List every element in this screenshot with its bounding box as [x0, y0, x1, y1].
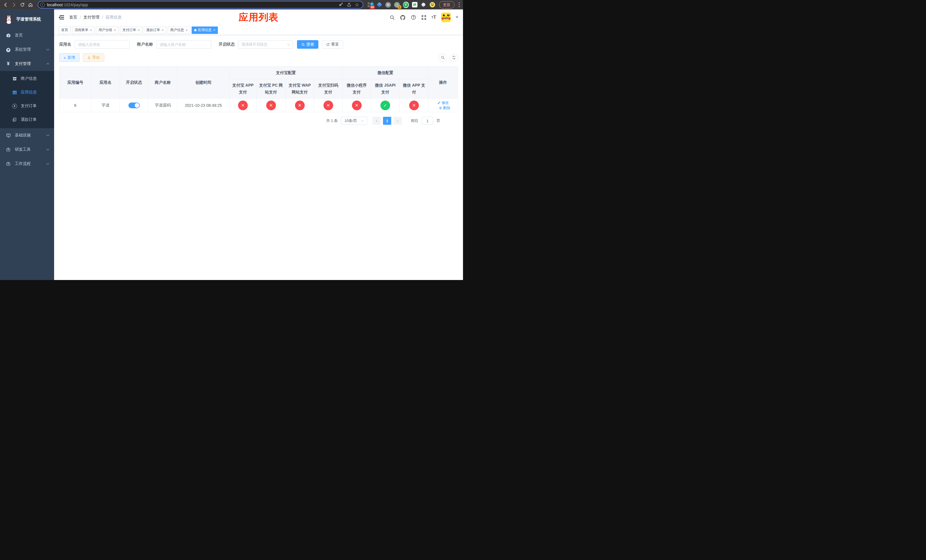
close-icon[interactable]: × [186, 28, 188, 32]
yen-circle-icon: ¥ [12, 104, 17, 109]
filter-label: 应用名 [59, 42, 71, 47]
header-search-icon[interactable] [390, 15, 395, 20]
bookmark-star-icon[interactable]: ☆ [354, 2, 360, 8]
show-search-icon-button[interactable] [439, 53, 447, 62]
current-page-button[interactable]: 1 [383, 117, 391, 125]
url-bar[interactable]: i localhost:1024/pay/app ☆ [38, 1, 363, 9]
close-icon[interactable]: × [162, 28, 164, 32]
search-button[interactable]: 搜索 [297, 40, 318, 49]
briefcase-icon [6, 147, 11, 152]
close-icon[interactable]: × [90, 28, 92, 32]
app-name-input[interactable] [75, 40, 130, 49]
col-wx-app: 微信 APP 支付 [400, 79, 428, 98]
sidebar-item-merchant-info[interactable]: 商户信息 [0, 72, 54, 85]
tag-merchant-info[interactable]: 商户信息× [168, 26, 190, 34]
browser-update-button[interactable]: 更新 [439, 1, 454, 9]
chat-extension-icon[interactable] [412, 2, 418, 8]
sidebar-item-pay-order[interactable]: ¥ 支付订单 [0, 99, 54, 113]
site-info-icon[interactable]: i [40, 3, 45, 7]
browser-toolbar: i localhost:1024/pay/app ☆ 10 ⌘ 1 Y [0, 0, 463, 9]
github-icon[interactable] [400, 15, 406, 21]
briefcase-icon [6, 162, 11, 166]
status-select[interactable]: 请选择开启状态 [238, 40, 293, 49]
browser-extensions: 10 ⌘ 1 Y [368, 2, 436, 8]
main-area: 应用列表 首页 / 支付管理 / 应用信息 [54, 9, 463, 280]
sidebar-item-infra[interactable]: 基础设施 [0, 128, 54, 142]
page-content: 应用名 商户名称 开启状态 请选择开启状态 [54, 35, 463, 280]
col-group-alipay: 支付宝配置 [230, 67, 342, 79]
dashboard-icon [6, 33, 11, 38]
tag-home[interactable]: 首页 [59, 26, 71, 34]
devtools-extension-icon[interactable]: 10 [368, 2, 374, 8]
sidebar-item-home[interactable]: 首页 [0, 28, 54, 42]
proxy-badge: 1 [398, 5, 401, 9]
fullscreen-icon[interactable] [421, 15, 427, 20]
page-size-select[interactable]: 10条/页 [341, 117, 367, 125]
sidebar-logo-row[interactable]: 芋道管理系统 [0, 9, 54, 26]
tag-refund-order[interactable]: 退款订单× [144, 26, 166, 34]
merchant-name-input[interactable] [156, 40, 211, 49]
export-button[interactable]: 导出 [83, 53, 104, 62]
filter-merchant-name: 商户名称 [137, 40, 211, 49]
chevron-down-icon [46, 148, 50, 151]
sidebar-item-system[interactable]: 系统管理 [0, 42, 54, 57]
trash-icon [439, 106, 442, 110]
sidebar-item-label: 商户信息 [21, 76, 37, 81]
url-text[interactable]: localhost:1024/pay/app [47, 3, 88, 7]
command-extension-icon[interactable]: ⌘ [385, 2, 391, 8]
extensions-puzzle-icon[interactable] [421, 2, 427, 8]
col-app-id: 应用编号 [59, 67, 91, 98]
sidebar-item-workflow[interactable]: 工作流程 [0, 157, 54, 171]
col-alipay-wap: 支付宝 WAP 网站支付 [286, 79, 314, 98]
reset-button[interactable]: 重置 [322, 40, 343, 49]
browser-reload-icon[interactable] [20, 2, 25, 8]
delete-link[interactable]: 删除 [439, 105, 451, 110]
pay-submenu: 商户信息 应用信息 ¥ 支付订单 [0, 71, 54, 128]
close-icon[interactable]: × [138, 28, 140, 32]
proxy-extension-icon[interactable]: 1 [394, 2, 400, 8]
help-icon[interactable] [411, 15, 416, 20]
gem-extension-icon[interactable] [377, 2, 383, 8]
sidebar-item-app-info[interactable]: 应用信息 [0, 85, 54, 99]
browser-forward-icon[interactable] [11, 2, 17, 8]
browser-menu-icon[interactable] [459, 2, 460, 7]
tag-user-group[interactable]: 用户分组× [96, 26, 118, 34]
alipay-qr-status-icon: ✕ [324, 101, 333, 110]
browser-back-icon[interactable] [3, 2, 9, 8]
share-icon[interactable] [346, 2, 352, 8]
next-page-button[interactable]: › [393, 117, 402, 125]
status-toggle[interactable] [129, 103, 140, 108]
add-button[interactable]: + 新增 [59, 53, 79, 62]
prev-page-button[interactable]: ‹ [372, 117, 381, 125]
col-wx-jsapi: 微信 JSAPI 支付 [371, 79, 400, 98]
filter-status: 开启状态 请选择开启状态 [219, 40, 293, 49]
grid-table-icon [12, 90, 17, 95]
goto-page-input[interactable] [422, 117, 433, 125]
refresh-icon-button[interactable] [449, 53, 458, 62]
col-group-wechat: 微信配置 [342, 67, 428, 79]
sidebar-item-devtools[interactable]: 研发工具 [0, 142, 54, 157]
browser-home-icon[interactable] [27, 2, 33, 8]
edit-link[interactable]: 修改 [437, 100, 449, 105]
breadcrumb-home[interactable]: 首页 [69, 15, 77, 20]
sidebar-item-pay[interactable]: ¥ 支付管理 [0, 57, 54, 71]
tag-process-form[interactable]: 流程表单× [72, 26, 95, 34]
font-size-icon[interactable]: TT [431, 15, 436, 20]
sidebar-collapse-icon[interactable] [59, 15, 64, 20]
sidebar-item-refund-order[interactable]: 退款订单 [0, 113, 54, 127]
col-created: 创建时间 [177, 67, 230, 98]
breadcrumb-pay[interactable]: 支付管理 [83, 15, 99, 20]
cell-app-id: 6 [59, 98, 91, 112]
tag-pay-order[interactable]: 支付订单× [120, 26, 142, 34]
chevron-down-icon [287, 43, 290, 46]
password-key-icon[interactable] [338, 2, 344, 8]
tag-app-info[interactable]: 应用信息× [192, 26, 218, 34]
chevron-up-icon [46, 62, 50, 65]
user-avatar[interactable] [441, 12, 451, 22]
profile-avatar-icon[interactable] [430, 2, 436, 8]
close-icon[interactable]: × [213, 28, 215, 32]
avatar-caret-icon[interactable] [455, 17, 458, 20]
close-icon[interactable]: × [114, 28, 116, 32]
y-extension-icon[interactable]: Y [403, 2, 409, 8]
documents-icon [12, 117, 17, 122]
